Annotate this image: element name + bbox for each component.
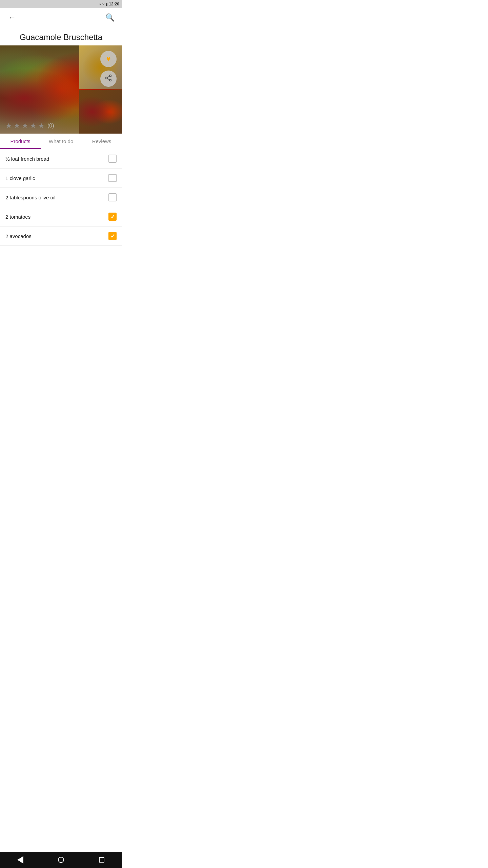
ingredient-checkbox-1[interactable]: [108, 155, 117, 163]
rating-container: ★ ★ ★ ★ ★ (0): [5, 121, 54, 130]
recipe-image-container: ♥ ★ ★ ★ ★ ★ (0): [0, 45, 122, 134]
search-button[interactable]: 🔍: [103, 11, 117, 24]
status-bar: ▾ ✕ ▮ 12:20: [0, 0, 122, 8]
tab-what-to-do[interactable]: What to do: [41, 134, 81, 149]
recipe-title: Guacamole Bruschetta: [0, 27, 122, 45]
checkmark-icon: ✓: [110, 214, 115, 220]
wifi-icon: ▾: [99, 2, 101, 6]
ingredient-item: 2 tomatoes ✓: [0, 207, 122, 226]
nav-bar: ← 🔍: [0, 8, 122, 27]
tab-products[interactable]: Products: [0, 134, 41, 149]
status-time: 12:20: [109, 2, 119, 6]
grid-bottom: [79, 90, 122, 134]
ingredient-name: 2 tablespoons olive oil: [5, 195, 56, 200]
share-icon: [105, 74, 112, 83]
share-button[interactable]: [100, 71, 117, 87]
star-2: ★: [14, 121, 20, 130]
image-actions: ♥: [100, 51, 117, 87]
star-3: ★: [22, 121, 28, 130]
back-icon: ←: [8, 13, 16, 22]
checkmark-icon: ✓: [110, 233, 115, 239]
star-5: ★: [38, 121, 45, 130]
svg-line-3: [107, 78, 109, 80]
rating-count: (0): [47, 123, 54, 129]
ingredient-checkbox-2[interactable]: [108, 174, 117, 182]
ingredient-item: ½ loaf french bread: [0, 149, 122, 169]
ingredient-name: ½ loaf french bread: [5, 156, 49, 162]
ingredient-name: 1 clove garlic: [5, 175, 35, 181]
battery-icon: ▮: [106, 2, 108, 6]
ingredient-checkbox-5[interactable]: ✓: [108, 232, 117, 240]
svg-line-4: [107, 76, 109, 77]
star-4: ★: [30, 121, 37, 130]
ingredient-name: 2 avocados: [5, 233, 32, 239]
ingredient-checkbox-3[interactable]: [108, 193, 117, 201]
back-button[interactable]: ←: [5, 11, 19, 24]
star-1: ★: [5, 121, 12, 130]
signal-icon: ✕: [102, 2, 105, 6]
tab-reviews[interactable]: Reviews: [81, 134, 122, 149]
ingredient-item: 1 clove garlic: [0, 169, 122, 188]
tabs-container: Products What to do Reviews: [0, 134, 122, 149]
ingredient-item: 2 avocados ✓: [0, 226, 122, 246]
heart-icon: ♥: [106, 55, 110, 63]
favorite-button[interactable]: ♥: [100, 51, 117, 67]
search-icon: 🔍: [105, 13, 115, 22]
status-icons: ▾ ✕ ▮ 12:20: [99, 2, 119, 6]
ingredient-item: 2 tablespoons olive oil: [0, 188, 122, 207]
ingredient-name: 2 tomatoes: [5, 214, 30, 220]
ingredient-checkbox-4[interactable]: ✓: [108, 213, 117, 221]
ingredients-list: ½ loaf french bread 1 clove garlic 2 tab…: [0, 149, 122, 246]
